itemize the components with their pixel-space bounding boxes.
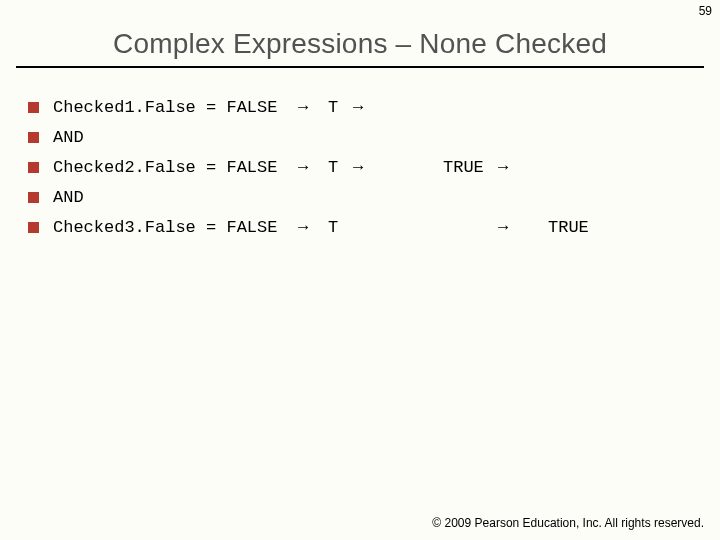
expr-text: AND [53, 188, 298, 207]
slide-content: Checked1.False = FALSE → T → AND Checked… [28, 92, 720, 242]
list-item: AND [28, 122, 720, 152]
result-t: T [328, 98, 353, 117]
expr-text: Checked3.False = FALSE [53, 218, 298, 237]
expr-text: Checked1.False = FALSE [53, 98, 298, 117]
bullet-icon [28, 162, 39, 173]
list-item: AND [28, 182, 720, 212]
bullet-icon [28, 222, 39, 233]
expr-text: AND [53, 128, 298, 147]
expr-text: Checked2.False = FALSE [53, 158, 298, 177]
list-item: Checked1.False = FALSE → T → [28, 92, 720, 122]
bullet-icon [28, 102, 39, 113]
list-item: Checked3.False = FALSE → T → TRUE [28, 212, 720, 242]
page-number: 59 [699, 4, 712, 18]
result-t: T [328, 158, 353, 177]
arrow-icon: → [353, 158, 443, 177]
copyright-footer: © 2009 Pearson Education, Inc. All right… [432, 516, 704, 530]
arrow-icon: → [298, 218, 328, 237]
arrow-icon: → [498, 158, 548, 177]
page-title: Complex Expressions – None Checked [0, 28, 720, 60]
bullet-icon [28, 132, 39, 143]
result-true: TRUE [443, 158, 498, 177]
bullet-icon [28, 192, 39, 203]
title-rule [16, 66, 704, 68]
arrow-icon: → [298, 98, 328, 117]
arrow-icon: → [498, 218, 548, 237]
result-t: T [328, 218, 353, 237]
result-final: TRUE [548, 218, 589, 237]
arrow-icon: → [353, 98, 443, 117]
list-item: Checked2.False = FALSE → T → TRUE → [28, 152, 720, 182]
arrow-icon: → [298, 158, 328, 177]
